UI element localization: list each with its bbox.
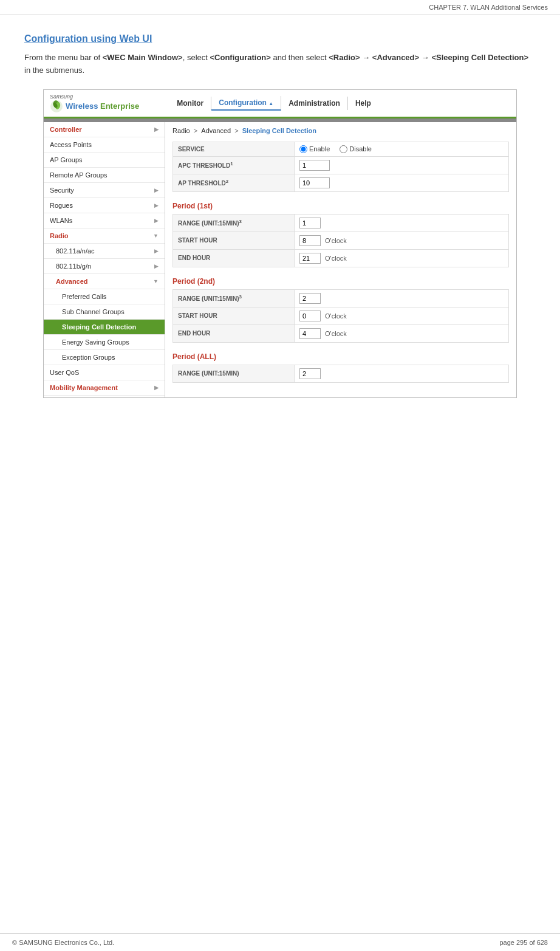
table-row-ap-threshold: AP THRESHOLD2: [173, 174, 509, 191]
end-hour-1st-label: END HOUR: [173, 249, 295, 267]
end-hour-2nd-value-cell: O'clock: [295, 324, 509, 342]
nav-help[interactable]: Help: [348, 97, 378, 110]
ap-threshold-input[interactable]: [299, 177, 330, 188]
sidebar-item-80211bgn[interactable]: 802.11b/g/n ▶: [44, 259, 165, 274]
table-row-apc-threshold: APC THRESHOLD1: [173, 156, 509, 174]
sidebar-item-mobility-management[interactable]: Mobility Management ▶: [44, 380, 165, 396]
apc-threshold-value-cell: [295, 156, 509, 174]
sidebar-label-exception-groups: Exception Groups: [62, 354, 115, 361]
chevron-right-mobility-icon: ▶: [154, 385, 159, 391]
sidebar-item-advanced[interactable]: Advanced ▼: [44, 274, 165, 289]
service-enable-label[interactable]: Enable: [299, 145, 330, 153]
wec-header: Samsung Wireless Enterprise: [44, 90, 516, 118]
sidebar-label-sub-channel-groups: Sub Channel Groups: [62, 308, 125, 315]
service-disable-radio[interactable]: [340, 145, 347, 153]
chevron-right-80211an-icon: ▶: [154, 248, 159, 254]
sidebar-label-rogues: Rogues: [50, 202, 73, 209]
main-panel: Radio > Advanced > Sleeping Cell Detecti…: [165, 122, 516, 397]
end-hour-1st-value-cell: O'clock: [295, 249, 509, 267]
breadcrumb-sleeping-cell: Sleeping Cell Detection: [242, 127, 316, 134]
table-row-service: SERVICE Enable Disable: [173, 142, 509, 156]
nav-administration[interactable]: Administration: [281, 97, 348, 110]
breadcrumb-sep1: >: [194, 127, 199, 134]
range-all-value-cell: [295, 365, 509, 382]
sidebar-item-controller[interactable]: Controller ▶: [44, 122, 165, 137]
period-2nd-title: Period (2nd): [172, 277, 509, 286]
sidebar-item-access-points[interactable]: Access Points: [44, 137, 165, 153]
period-1st-table: RANGE (UNIT:15MIN)3 START HOUR O'clock: [172, 214, 509, 267]
period-all-table: RANGE (UNIT:15MIN): [172, 365, 509, 383]
sidebar-label-preferred-calls: Preferred Calls: [62, 293, 106, 300]
sidebar-item-sub-channel-groups[interactable]: Sub Channel Groups: [44, 304, 165, 320]
range-all-input[interactable]: [299, 368, 321, 379]
sidebar-item-preferred-calls[interactable]: Preferred Calls: [44, 289, 165, 304]
start-hour-2nd-label: START HOUR: [173, 307, 295, 324]
table-row-range-1st: RANGE (UNIT:15MIN)3: [173, 214, 509, 232]
service-enable-radio[interactable]: [299, 145, 307, 153]
apc-threshold-input[interactable]: [299, 160, 330, 171]
main-content: Configuration using Web UI From the menu…: [0, 15, 560, 410]
chevron-down-radio-icon: ▼: [153, 233, 159, 239]
sidebar-item-energy-saving-groups[interactable]: Energy Saving Groups: [44, 335, 165, 350]
end-hour-2nd-label: END HOUR: [173, 324, 295, 342]
sidebar-item-rogues[interactable]: Rogues ▶: [44, 198, 165, 213]
chevron-right-security-icon: ▶: [154, 187, 159, 193]
sidebar-label-remote-ap-groups: Remote AP Groups: [50, 171, 108, 179]
sidebar-label-advanced: Advanced: [56, 278, 88, 285]
sidebar-item-remote-ap-groups[interactable]: Remote AP Groups: [44, 168, 165, 183]
range-1st-label: RANGE (UNIT:15MIN)3: [173, 214, 295, 232]
range-all-label: RANGE (UNIT:15MIN): [173, 365, 295, 382]
sidebar-item-security[interactable]: Security ▶: [44, 183, 165, 198]
breadcrumb: Radio > Advanced > Sleeping Cell Detecti…: [172, 127, 509, 134]
sidebar-label-80211an: 802.11a/n/ac: [56, 247, 95, 255]
service-disable-label[interactable]: Disable: [340, 145, 372, 153]
nav-configuration[interactable]: Configuration ▲: [211, 96, 281, 111]
table-row-end-hour-2nd: END HOUR O'clock: [173, 324, 509, 342]
start-hour-2nd-oclock: O'clock: [325, 312, 347, 320]
section-title: Configuration using Web UI: [24, 33, 536, 44]
end-hour-2nd-oclock: O'clock: [325, 330, 347, 337]
nav-monitor[interactable]: Monitor: [169, 97, 211, 110]
apc-threshold-label: APC THRESHOLD1: [173, 156, 295, 174]
sidebar-item-user-qos[interactable]: User QoS: [44, 365, 165, 380]
sidebar-label-energy-saving-groups: Energy Saving Groups: [62, 338, 129, 346]
footer-page: page 295 of 628: [499, 939, 548, 946]
table-row-start-hour-2nd: START HOUR O'clock: [173, 307, 509, 324]
start-hour-1st-oclock: O'clock: [325, 237, 347, 244]
period-1st-title: Period (1st): [172, 202, 509, 210]
period-all-title: Period (ALL): [172, 352, 509, 361]
table-row-start-hour-1st: START HOUR O'clock: [173, 232, 509, 249]
sidebar-label-radio: Radio: [50, 232, 69, 239]
sidebar-label-controller: Controller: [50, 126, 82, 133]
service-enable-text: Enable: [309, 145, 330, 153]
end-hour-1st-input[interactable]: [299, 253, 321, 264]
sidebar-label-wlans: WLANs: [50, 217, 72, 224]
breadcrumb-advanced: Advanced: [201, 127, 231, 134]
sidebar-item-sleeping-cell-detection[interactable]: Sleeping Cell Detection: [44, 320, 165, 335]
start-hour-1st-input[interactable]: [299, 235, 321, 246]
sidebar-item-wlans[interactable]: WLANs ▶: [44, 213, 165, 228]
range-1st-input[interactable]: [299, 218, 321, 228]
table-row-range-all: RANGE (UNIT:15MIN): [173, 365, 509, 382]
range-2nd-sup: 3: [239, 294, 242, 300]
sidebar-item-exception-groups[interactable]: Exception Groups: [44, 350, 165, 365]
sidebar-item-80211an[interactable]: 802.11a/n/ac ▶: [44, 244, 165, 259]
service-label: SERVICE: [173, 142, 295, 156]
sidebar-label-sleeping-cell-detection: Sleeping Cell Detection: [62, 323, 136, 331]
range-2nd-input[interactable]: [299, 293, 321, 304]
logo-samsung-text: Samsung: [50, 94, 73, 100]
end-hour-1st-oclock: O'clock: [325, 255, 347, 262]
end-hour-2nd-input[interactable]: [299, 328, 321, 339]
start-hour-2nd-input[interactable]: [299, 311, 321, 321]
sidebar-label-security: Security: [50, 187, 74, 194]
sidebar-item-radio[interactable]: Radio ▼: [44, 228, 165, 244]
chevron-right-icon: ▶: [154, 126, 159, 132]
content-area: Controller ▶ Access Points AP Groups Rem…: [44, 122, 516, 397]
chevron-right-80211bgn-icon: ▶: [154, 263, 159, 269]
sidebar-item-ap-groups[interactable]: AP Groups: [44, 153, 165, 168]
sidebar-label-user-qos: User QoS: [50, 369, 79, 376]
screenshot-container: Samsung Wireless Enterprise: [43, 89, 517, 398]
sidebar-label-access-points: Access Points: [50, 141, 92, 148]
wec-logo: Samsung Wireless Enterprise: [50, 94, 139, 113]
start-hour-1st-value-cell: O'clock: [295, 232, 509, 249]
